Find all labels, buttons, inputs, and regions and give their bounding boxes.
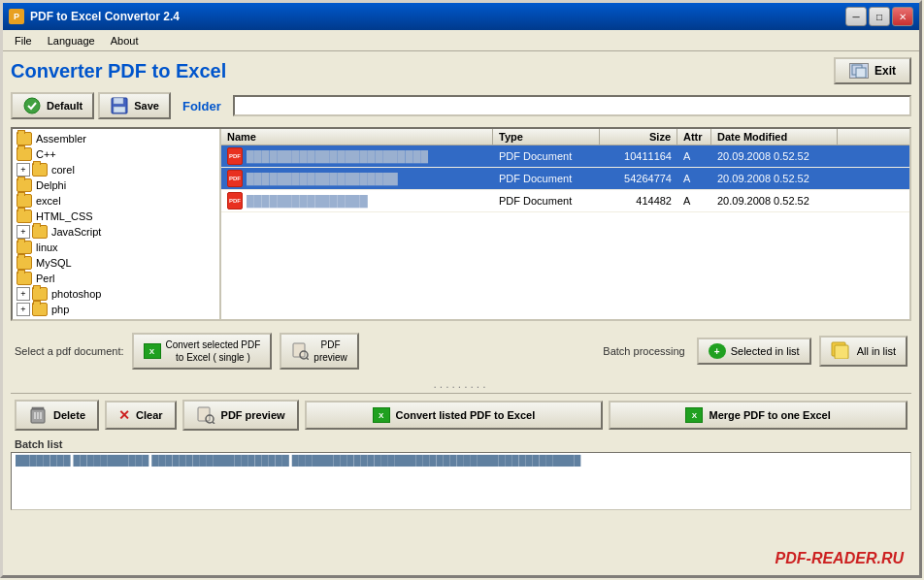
- all-in-list-icon: [831, 341, 852, 361]
- file-cell-attr-2: A: [677, 194, 711, 208]
- expand-icon-photoshop[interactable]: +: [16, 287, 30, 301]
- all-in-list-button[interactable]: All in list: [819, 336, 908, 367]
- file-cell-type-0: PDF Document: [493, 149, 600, 163]
- close-button[interactable]: ✕: [892, 7, 913, 26]
- selected-in-list-label: Selected in list: [731, 345, 800, 357]
- file-cell-date-1: 20.09.2008 0.52.52: [711, 172, 838, 185]
- col-header-size[interactable]: Size: [600, 129, 677, 145]
- file-cell-name-0: PDF ████████████████████████: [221, 146, 493, 166]
- expand-icon-corel[interactable]: +: [16, 163, 30, 177]
- app-title: Converter PDF to Excel: [11, 60, 226, 82]
- tree-label-excel: excel: [36, 195, 61, 207]
- exit-icon: [849, 63, 869, 79]
- folder-icon-javascript: [32, 225, 48, 239]
- file-row-1[interactable]: PDF ████████████████████ PDF Document 54…: [221, 168, 909, 190]
- clear-label: Clear: [136, 409, 163, 421]
- convert-single-button[interactable]: X Convert selected PDFto Excel ( single …: [132, 333, 273, 370]
- tree-item-perl[interactable]: Perl: [13, 271, 219, 286]
- tree-item-corel[interactable]: + corel: [13, 162, 219, 177]
- save-icon: [110, 97, 129, 114]
- folder-icon-excel: [16, 194, 32, 208]
- tree-item-excel[interactable]: excel: [13, 193, 219, 209]
- tree-item-javascript[interactable]: + JavaScript: [13, 224, 219, 240]
- watermark: PDF-READER.RU: [776, 550, 904, 567]
- file-name-0: ████████████████████████: [247, 150, 428, 162]
- expand-icon-php[interactable]: +: [16, 303, 30, 316]
- select-pdf-label: Select a pdf document:: [15, 345, 124, 357]
- maximize-button[interactable]: □: [869, 7, 890, 26]
- bottom-btn-row: Delete ✕ Clear PDF preview X Convert lis…: [11, 393, 911, 436]
- exit-button[interactable]: Exit: [834, 57, 911, 84]
- selected-in-list-button[interactable]: + Selected in list: [697, 338, 811, 365]
- tree-label-perl: Perl: [36, 273, 55, 284]
- col-header-type[interactable]: Type: [493, 129, 600, 145]
- svg-rect-1: [856, 68, 866, 78]
- delete-button[interactable]: Delete: [15, 400, 99, 431]
- batch-list-label: Batch list: [11, 436, 911, 452]
- pdf-preview-icon: [196, 406, 215, 424]
- file-cell-date-2: 20.09.2008 0.52.52: [711, 194, 838, 208]
- delete-label: Delete: [53, 409, 85, 421]
- convert-listed-button[interactable]: X Convert listed PDF to Excel: [305, 401, 604, 430]
- tree-item-cpp[interactable]: C++: [13, 146, 219, 162]
- tree-item-photoshop[interactable]: + photoshop: [13, 286, 219, 302]
- menu-file[interactable]: File: [7, 33, 40, 48]
- default-icon: [22, 97, 42, 114]
- tree-label-photoshop: photoshop: [51, 288, 101, 300]
- title-bar: P PDF to Excel Convertor 2.4 ─ □ ✕: [3, 3, 919, 30]
- save-button[interactable]: Save: [98, 92, 171, 119]
- default-button[interactable]: Default: [11, 92, 94, 119]
- file-cell-size-2: 414482: [600, 194, 677, 208]
- tree-item-linux[interactable]: linux: [13, 240, 219, 255]
- all-in-list-label: All in list: [857, 345, 896, 357]
- tree-label-cpp: C++: [36, 148, 56, 160]
- pdf-icon-1: PDF: [227, 170, 243, 187]
- folder-icon-cpp: [16, 147, 32, 161]
- tree-item-assembler[interactable]: Assembler: [13, 131, 219, 146]
- tree-item-mysql[interactable]: MySQL: [13, 255, 219, 271]
- tree-label-mysql: MySQL: [36, 257, 72, 269]
- svg-rect-10: [835, 345, 848, 359]
- svg-line-18: [213, 422, 214, 424]
- col-header-attr[interactable]: Attr: [677, 129, 711, 145]
- merge-pdf-button[interactable]: X Merge PDF to one Excel: [609, 401, 908, 430]
- col-header-date[interactable]: Date Modified: [711, 129, 838, 145]
- folder-label: Folder: [182, 99, 221, 113]
- file-row-0[interactable]: PDF ████████████████████████ PDF Documen…: [221, 145, 909, 168]
- menu-about[interactable]: About: [103, 33, 147, 48]
- excel-icon-single: X: [144, 343, 161, 359]
- tree-label-html-css: HTML_CSS: [36, 210, 93, 222]
- dots-divider: .........: [11, 377, 911, 391]
- file-cell-size-1: 54264774: [600, 172, 677, 185]
- tree-label-delphi: Delphi: [36, 179, 66, 191]
- file-cell-type-2: PDF Document: [493, 194, 600, 208]
- action-right: Batch processing + Selected in list All …: [603, 336, 908, 367]
- folder-icon-assembler: [16, 132, 32, 145]
- clear-icon: ✕: [118, 407, 130, 423]
- menu-bar: File Language About: [3, 30, 919, 51]
- pdf-preview-action-button[interactable]: PDFpreview: [280, 333, 358, 370]
- toolbar-row: Default Save Folder: [11, 92, 911, 119]
- tree-item-php[interactable]: + php: [13, 302, 219, 317]
- folder-icon-corel: [32, 163, 48, 177]
- pdf-preview-button[interactable]: PDF preview: [182, 400, 299, 431]
- file-row-2[interactable]: PDF ████████████████ PDF Document 414482…: [221, 190, 909, 212]
- file-name-1: ████████████████████: [247, 173, 398, 184]
- clear-button[interactable]: ✕ Clear: [105, 401, 177, 430]
- col-header-name[interactable]: Name: [221, 129, 493, 145]
- folder-icon-delphi: [16, 178, 32, 192]
- menu-language[interactable]: Language: [40, 33, 103, 48]
- minimize-button[interactable]: ─: [845, 7, 867, 26]
- file-cell-type-1: PDF Document: [493, 172, 600, 185]
- folder-icon-mysql: [16, 256, 32, 270]
- browser-area: Assembler C++ + corel Delphi excel: [11, 127, 911, 321]
- folder-icon-perl: [16, 272, 32, 285]
- window-title: PDF to Excel Convertor 2.4: [30, 10, 180, 23]
- tree-item-html-css[interactable]: HTML_CSS: [13, 209, 219, 224]
- file-list-header: Name Type Size Attr Date Modified: [221, 129, 909, 145]
- expand-icon-javascript[interactable]: +: [16, 225, 30, 239]
- folder-path-input[interactable]: [233, 95, 911, 116]
- folder-icon-html-css: [16, 209, 32, 223]
- file-cell-size-0: 10411164: [600, 149, 677, 163]
- tree-item-delphi[interactable]: Delphi: [13, 177, 219, 193]
